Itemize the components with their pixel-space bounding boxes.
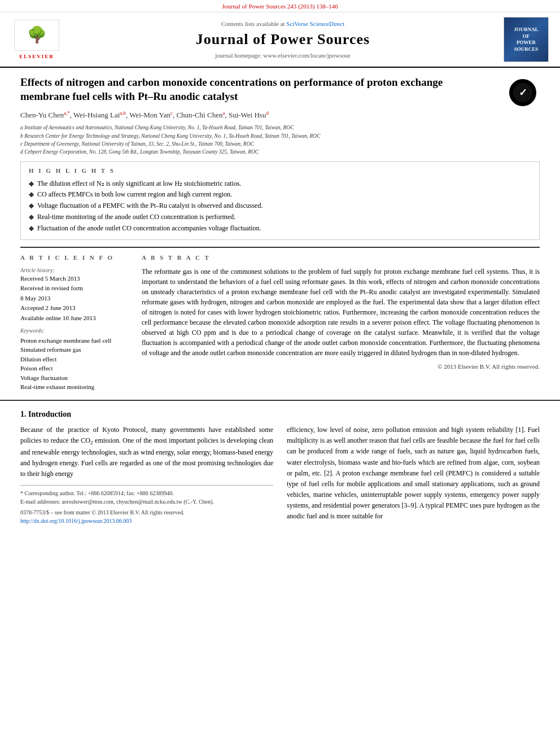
bullet-3: ◆ [29, 201, 34, 211]
header-center: Contents lists available at SciVerse Sci… [68, 20, 498, 60]
journal-logo-img: JOURNALOFPOWERSOURCES [504, 17, 549, 62]
keyword-5: Voltage fluctuation [20, 374, 130, 382]
journal-title: Journal of Power Sources [68, 29, 498, 50]
copyright-line: © 2013 Elsevier B.V. All rights reserved… [142, 362, 540, 371]
bullet-2: ◆ [29, 190, 34, 199]
affiliation-b: b Research Center for Energy Technology … [20, 132, 540, 140]
accepted-date: Accepted 2 June 2013 [20, 304, 130, 312]
main-content: Effects of nitrogen and carbon monoxide … [0, 68, 560, 401]
body-right-col: efficiency, low level of noise, zero pol… [287, 425, 540, 527]
crossmark: ✓ [506, 76, 540, 110]
authors-line: Chen-Yu Chena,*, Wei-Hsiang Laia,b, Wei-… [20, 110, 540, 121]
keyword-3: Dilution effect [20, 355, 130, 364]
affiliation-d: d Cebpert Energy Corporation, No. 128, G… [20, 148, 540, 156]
abstract-text: The reformate gas is one of the commones… [142, 267, 540, 358]
history-label: Article history: [20, 267, 130, 274]
top-bar: Journal of Power Sources 243 (2013) 138–… [0, 0, 560, 12]
bullet-5: ◆ [29, 224, 34, 233]
sciverse-link[interactable]: SciVerse ScienceDirect [286, 20, 344, 27]
elsevier-logo-box: 🌳 ELSEVIER [11, 20, 62, 60]
highlights-title: H I G H L I G H T S [29, 167, 531, 175]
elsevier-logo-img: 🌳 [14, 20, 59, 51]
intro-right-text: efficiency, low level of noise, zero pol… [287, 425, 540, 522]
journal-ref: Journal of Power Sources 243 (2013) 138–… [222, 3, 338, 10]
doi-footnote: http://dx.doi.org/10.1016/j.jpowsour.201… [20, 517, 273, 525]
issn-footnote: 0378-7753/$ – see front matter © 2013 El… [20, 508, 273, 517]
highlight-4: ◆ Real-time monitoring of the anode outl… [29, 212, 531, 222]
received-revised-date: 8 May 2013 [20, 294, 130, 303]
highlight-5: ◆ Fluctuation of the anode outlet CO con… [29, 224, 531, 233]
abstract-title: A B S T R A C T [142, 254, 540, 262]
keyword-2: Simulated reformate gas [20, 346, 130, 354]
intro-left-text: Because of the practice of Kyoto Protoco… [20, 425, 273, 480]
article-info-title: A R T I C L E I N F O [20, 254, 130, 262]
two-col-section: A R T I C L E I N F O Article history: R… [20, 247, 540, 392]
article-title: Effects of nitrogen and carbon monoxide … [20, 76, 540, 103]
homepage-line: journal homepage: www.elsevier.com/locat… [68, 51, 498, 60]
abstract-section: A B S T R A C T The reformate gas is one… [142, 254, 540, 392]
tree-icon: 🌳 [27, 27, 47, 43]
body-left-col: Because of the practice of Kyoto Protoco… [20, 425, 273, 527]
highlight-1: ◆ The dilution effect of N₂ is only sign… [29, 179, 531, 189]
header: 🌳 ELSEVIER Contents lists available at S… [0, 12, 560, 68]
elsevier-wordmark: ELSEVIER [19, 53, 54, 60]
corresponding-footnote: * Corresponding author. Tel.: +886 62085… [20, 489, 273, 497]
article-info: A R T I C L E I N F O Article history: R… [20, 254, 130, 392]
bullet-4: ◆ [29, 212, 34, 222]
available-date: Available online 10 June 2013 [20, 314, 130, 322]
bullet-1: ◆ [29, 179, 34, 189]
keyword-6: Real-time exhaust monitoring [20, 383, 130, 391]
received-revised-label: Received in revised form [20, 284, 130, 292]
received-date: Received 5 March 2013 [20, 274, 130, 283]
highlight-3: ◆ Voltage fluctuation of a PEMFC with th… [29, 201, 531, 211]
svg-text:✓: ✓ [519, 87, 527, 98]
keyword-4: Poison effect [20, 364, 130, 373]
crossmark-icon: ✓ [509, 79, 536, 106]
affiliation-c: c Department of Greenergy, National Univ… [20, 140, 540, 148]
sciverse-line: Contents lists available at SciVerse Sci… [68, 20, 498, 28]
doi-link[interactable]: http://dx.doi.org/10.1016/j.jpowsour.201… [20, 518, 132, 524]
highlight-2: ◆ CO affects PEMFCs in both low current … [29, 190, 531, 199]
body-two-col: Because of the practice of Kyoto Protoco… [20, 425, 540, 527]
homepage-url: www.elsevier.com/locate/jpowsour [263, 52, 350, 59]
highlights-section: H I G H L I G H T S ◆ The dilution effec… [20, 161, 540, 239]
section-title-intro: 1. Introduction [20, 409, 540, 420]
email-footnote: E-mail addresses: aeroshower@msn.com, ch… [20, 497, 273, 506]
keywords-title: Keywords: [20, 327, 130, 335]
footnote-section: * Corresponding author. Tel.: +886 62085… [20, 485, 273, 525]
keyword-1: Proton exchange membrane fuel cell [20, 337, 130, 345]
affiliations: a Institute of Aeronautics and Astronaut… [20, 124, 540, 156]
affiliation-a: a Institute of Aeronautics and Astronaut… [20, 124, 540, 132]
body-section: 1. Introduction Because of the practice … [0, 401, 560, 534]
